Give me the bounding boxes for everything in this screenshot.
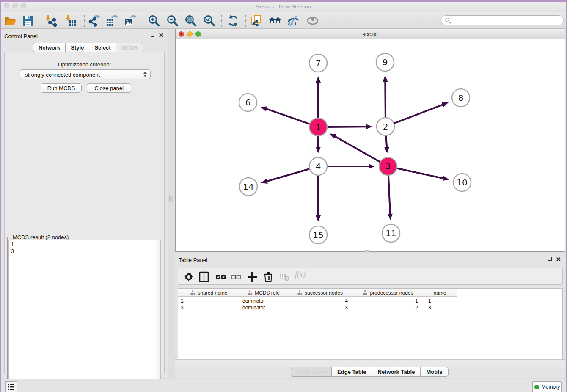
task-history-button[interactable] (5, 381, 17, 392)
edge-2-8[interactable] (393, 104, 444, 124)
graph-node-8[interactable]: 8 (452, 89, 470, 107)
column-type-icon (297, 290, 302, 295)
control-panel-close-button[interactable]: ✕ (158, 33, 164, 37)
column-header-shared-name[interactable]: shared name (178, 289, 240, 297)
refresh-icon[interactable] (226, 14, 240, 28)
graph-node-4[interactable]: 4 (309, 157, 327, 175)
select-all-columns-icon[interactable] (215, 271, 226, 282)
zoom-in-icon[interactable] (147, 14, 161, 28)
zoom-selected-icon[interactable] (203, 14, 216, 28)
cell-predecessor-nodes[interactable]: 2 (355, 304, 425, 311)
import-network-icon[interactable] (44, 14, 58, 28)
table-panel-float-button[interactable] (548, 257, 552, 261)
deselect-all-columns-icon[interactable] (231, 271, 242, 282)
edge-3-1[interactable] (334, 136, 381, 163)
dropdown-stepper-icon (143, 72, 147, 77)
export-network-icon[interactable] (87, 14, 101, 28)
toolbar-separator (145, 15, 145, 27)
node-label-6: 6 (245, 97, 251, 108)
tab-select[interactable]: Select (89, 43, 116, 52)
close-panel-button[interactable]: Close panel (87, 83, 131, 93)
column-header-successor-nodes[interactable]: successor nodes (287, 289, 353, 297)
mcds-result-group: MCDS result (2 nodes) 1 3 (7, 237, 162, 392)
cell-MCDS-role[interactable]: dominator (241, 298, 288, 304)
edge-2-3[interactable] (386, 134, 387, 148)
tab-edge-table[interactable]: Edge Table (331, 367, 372, 377)
search-input[interactable] (441, 15, 564, 25)
zoom-out-icon[interactable] (166, 14, 179, 28)
import-table-icon[interactable] (64, 14, 77, 28)
graph-node-14[interactable]: 14 (239, 178, 257, 196)
graph-node-6[interactable]: 6 (239, 94, 257, 111)
tab-network[interactable]: Network (33, 43, 65, 52)
column-header-predecessor-nodes[interactable]: predecessor nodes (353, 289, 423, 297)
tab-mcds[interactable]: MCDS (116, 43, 143, 52)
tab-network-table[interactable]: Network Table (372, 367, 421, 377)
show-graphics-details-icon[interactable] (306, 14, 319, 28)
cell-name[interactable]: 3 (425, 304, 459, 311)
copy-network-icon[interactable] (250, 14, 263, 28)
cell-successor-nodes[interactable]: 4 (288, 298, 355, 304)
graph-node-3[interactable]: 3 (379, 157, 397, 175)
arrowhead-2-3 (384, 147, 389, 153)
graph-node-9[interactable]: 9 (376, 53, 394, 71)
table-settings-gear-icon[interactable] (183, 271, 194, 282)
graph-node-1[interactable]: 1 (309, 118, 327, 136)
cell-shared-name[interactable]: 1 (178, 298, 241, 304)
column-header-MCDS-role[interactable]: MCDS role (240, 289, 287, 297)
arrowhead-1-2 (366, 124, 372, 129)
save-session-icon[interactable] (21, 14, 35, 28)
edge-3-11[interactable] (388, 174, 390, 215)
result-scrollbar[interactable] (157, 240, 160, 392)
graph-node-15[interactable]: 15 (309, 226, 327, 244)
column-type-icon (363, 290, 367, 295)
table-panel-close-button[interactable]: ✕ (556, 257, 561, 261)
control-panel-float-button[interactable] (151, 33, 154, 37)
cell-name[interactable]: 1 (425, 298, 459, 304)
edge-4-14[interactable] (266, 168, 311, 182)
mcds-result-list[interactable]: 1 3 (8, 240, 161, 392)
node-label-9: 9 (383, 57, 388, 67)
graph-node-11[interactable]: 11 (382, 224, 400, 242)
table-row[interactable]: 1dominator411 (178, 298, 562, 304)
export-table-icon[interactable] (105, 14, 118, 28)
graph-node-10[interactable]: 10 (453, 174, 471, 191)
first-neighbors-icon[interactable] (268, 14, 282, 28)
graph-node-2[interactable]: 2 (377, 118, 394, 135)
open-session-icon[interactable] (3, 14, 17, 28)
network-window-titlebar[interactable]: ✕ − + scc.txt (176, 29, 565, 39)
criterion-dropdown[interactable]: strongly connected component (20, 69, 151, 79)
cell-successor-nodes[interactable]: 3 (288, 304, 355, 311)
edge-2-9[interactable] (385, 80, 385, 119)
vertical-splitter-handle[interactable] (365, 250, 369, 252)
arrowhead-4-3 (369, 164, 375, 169)
column-header-name[interactable]: name (423, 289, 457, 297)
zoom-fit-icon[interactable] (184, 14, 198, 28)
cell-MCDS-role[interactable]: dominator (241, 304, 288, 311)
memory-button[interactable]: Memory (532, 381, 562, 392)
table-row[interactable]: 3dominator323 (178, 304, 562, 311)
function-builder-icon[interactable]: f(x) (295, 270, 306, 279)
delete-table-icon[interactable] (279, 271, 290, 282)
graph-node-7[interactable]: 7 (309, 54, 327, 72)
tab-style[interactable]: Style (65, 43, 89, 52)
horizontal-splitter-handle[interactable] (169, 196, 173, 202)
tab-node-table[interactable]: Node Table (291, 367, 331, 377)
run-mcds-button[interactable]: Run MCDS (41, 83, 82, 93)
edge-1-6[interactable] (265, 108, 311, 124)
export-image-icon[interactable] (123, 14, 137, 28)
add-column-icon[interactable] (247, 271, 258, 282)
cell-predecessor-nodes[interactable]: 1 (355, 298, 425, 304)
show-columns-icon[interactable] (198, 271, 209, 282)
search-icon (445, 18, 449, 22)
edge-1-2[interactable] (326, 127, 367, 127)
table-panel-strip (175, 359, 565, 367)
edge-3-10[interactable] (396, 168, 444, 179)
network-graph[interactable]: 1234678910111415 (176, 39, 565, 249)
delete-column-icon[interactable] (263, 271, 274, 282)
hide-selected-icon[interactable] (286, 14, 300, 28)
tab-motifs[interactable]: Motifs (420, 367, 448, 377)
column-header-label: shared name (198, 290, 227, 296)
column-type-icon (190, 290, 195, 295)
cell-shared-name[interactable]: 3 (178, 304, 241, 311)
